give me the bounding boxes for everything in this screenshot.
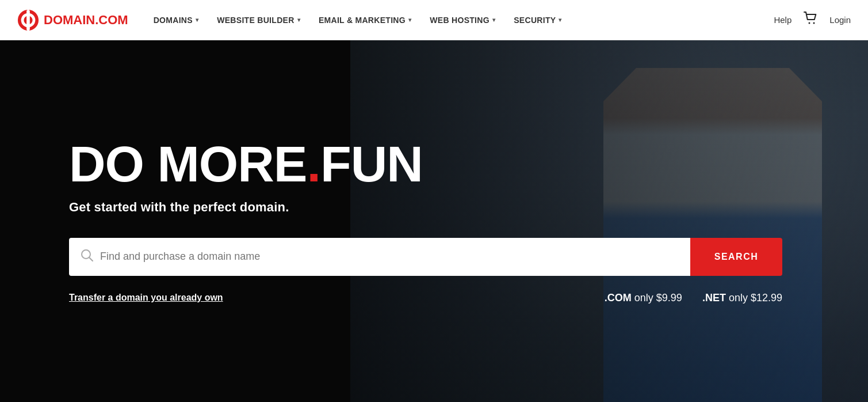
pricing-info: .COM only $9.99 .NET only $12.99 <box>605 292 782 304</box>
search-icon <box>81 249 93 264</box>
chevron-down-icon: ▾ <box>297 17 300 23</box>
transfer-domain-link[interactable]: Transfer a domain you already own <box>69 293 223 303</box>
nav-item-website-builder[interactable]: WEBSITE BUILDER ▾ <box>209 0 308 40</box>
hero-footer: Transfer a domain you already own .COM o… <box>69 292 782 304</box>
nav-item-email-marketing[interactable]: EMAIL & MARKETING ▾ <box>311 0 419 40</box>
chevron-down-icon: ▾ <box>559 17 561 23</box>
svg-point-4 <box>809 22 810 24</box>
hero-title: DO MORE.FUN <box>69 139 833 189</box>
search-button[interactable]: SEARCH <box>690 238 782 276</box>
nav-item-web-hosting[interactable]: WEB HOSTING ▾ <box>422 0 503 40</box>
logo-icon <box>17 9 39 31</box>
pricing-separator <box>691 292 694 304</box>
nav-item-domains[interactable]: DOMAINS ▾ <box>146 0 207 40</box>
domain-search-bar: SEARCH <box>69 238 782 276</box>
chevron-down-icon: ▾ <box>408 17 411 23</box>
svg-line-7 <box>89 257 93 261</box>
net-extension: .NET <box>702 292 726 304</box>
logo-text: DOMAIN.COM <box>44 13 128 28</box>
svg-point-5 <box>813 22 815 24</box>
nav-right: Help Login <box>774 11 851 29</box>
logo[interactable]: DOMAIN.COM <box>17 9 128 31</box>
search-input[interactable] <box>100 251 679 263</box>
svg-rect-3 <box>26 9 30 30</box>
chevron-down-icon: ▾ <box>196 17 198 23</box>
cart-icon[interactable] <box>803 11 818 29</box>
search-input-container <box>69 238 690 276</box>
chevron-down-icon: ▾ <box>492 17 495 23</box>
hero-subtitle: Get started with the perfect domain. <box>69 200 833 215</box>
nav-links: DOMAINS ▾ WEBSITE BUILDER ▾ EMAIL & MARK… <box>146 0 774 40</box>
navbar: DOMAIN.COM DOMAINS ▾ WEBSITE BUILDER ▾ E… <box>0 0 868 40</box>
nav-item-security[interactable]: SECURITY ▾ <box>506 0 570 40</box>
hero-content: DO MORE.FUN Get started with the perfect… <box>35 139 868 304</box>
com-extension: .COM <box>605 292 632 304</box>
help-link[interactable]: Help <box>774 15 791 25</box>
login-link[interactable]: Login <box>829 15 851 25</box>
hero-section: DO MORE.FUN Get started with the perfect… <box>0 40 868 402</box>
